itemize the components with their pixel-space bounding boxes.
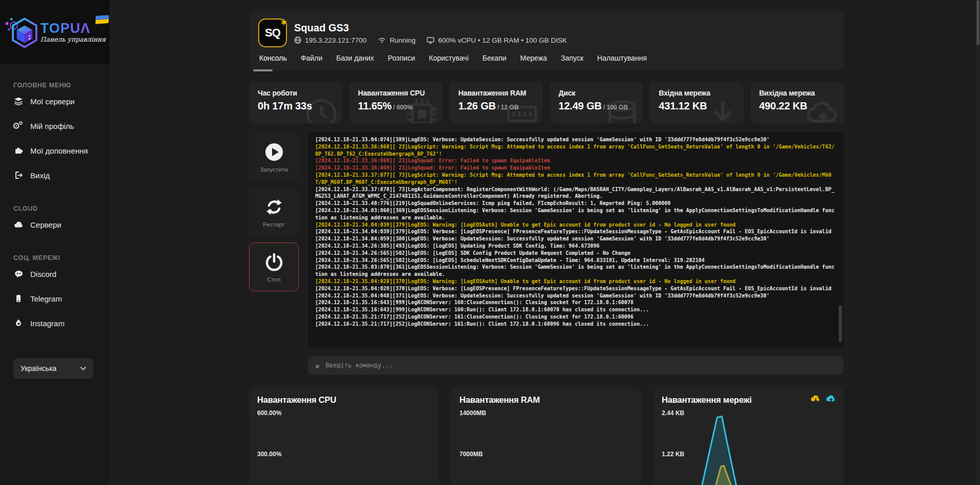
sidebar-item-logout[interactable]: Вихід bbox=[0, 163, 110, 188]
server-console[interactable]: [2024.12.18-21.33.04:074][389]LogEOS: Ve… bbox=[308, 133, 843, 347]
tabs-scrollbar[interactable] bbox=[253, 69, 273, 71]
wifi-icon bbox=[378, 37, 386, 43]
start-button[interactable]: Запустити bbox=[249, 133, 299, 181]
stat-value: 12.49 GB bbox=[559, 100, 602, 111]
restart-icon bbox=[264, 197, 284, 217]
server-resources-item: 600% vCPU • 12 GB RAM • 100 GB DISK bbox=[427, 36, 567, 44]
console-log-line: [2024.12.18-21.35.16:643][999]LogRCONSer… bbox=[315, 306, 836, 313]
star-icon: ✶ bbox=[279, 17, 288, 28]
server-address: 195.3.223.121:7700 bbox=[305, 36, 367, 44]
play-icon bbox=[264, 142, 284, 162]
sidebar-item-addons[interactable]: Мої доповнення bbox=[0, 138, 110, 163]
command-input[interactable] bbox=[325, 362, 836, 369]
stat-value: 431.12 KB bbox=[659, 100, 707, 111]
server-header-card: SQ ✶ Squad GS3 195.3.223.121:7700 Runnin… bbox=[249, 11, 843, 70]
globe-icon bbox=[294, 36, 301, 44]
brand-logo[interactable]: TOPUΛ Панель управління bbox=[0, 0, 110, 64]
sidebar-item-label: Вихід bbox=[30, 171, 50, 180]
console-log-line: [2024.12.18-21.35.16:643][999]LogRCONSer… bbox=[315, 299, 836, 306]
stat-title: Час роботи bbox=[258, 89, 342, 97]
puzzle-icon bbox=[13, 146, 24, 155]
sidebar-section-main: ГОЛОВНЕ МЕНЮ bbox=[0, 82, 110, 89]
tab-console[interactable]: Консоль bbox=[259, 54, 287, 65]
stat-title: Вихідна мережа bbox=[759, 89, 843, 97]
charts-row: Навантаження CPU 600.00% 300.00% Наванта… bbox=[249, 388, 843, 485]
ukraine-flag-icon bbox=[95, 15, 109, 24]
tab-backups[interactable]: Бекапи bbox=[483, 54, 507, 65]
cpu-chart-plot bbox=[249, 388, 439, 485]
tab-users[interactable]: Користувачі bbox=[429, 54, 468, 65]
sidebar-section-cloud: CLOUD bbox=[0, 205, 110, 212]
clock-icon bbox=[305, 98, 338, 123]
console-log-line: [2024.12.18-21.35.04:028][370]LogEOS: Wa… bbox=[315, 278, 836, 285]
stat-card-network-in: Вхідна мережа 431.12 KB bbox=[650, 82, 743, 123]
server-tabs: Консоль Файли Бази даних Розписи Користу… bbox=[258, 54, 834, 65]
console-log-line: [2024.12.18-21.33.37:877][ 73]LogScript:… bbox=[315, 172, 836, 186]
stat-card-cpu: Навантаження CPU 11.65%/ 600% bbox=[349, 82, 442, 123]
brand-subtitle: Панель управління bbox=[41, 35, 106, 43]
disk-icon bbox=[606, 98, 639, 123]
start-button-label: Запустити bbox=[260, 166, 287, 173]
stat-card-network-out: Вихідна мережа 490.22 KB bbox=[751, 82, 843, 123]
console-log-line: [2024.12.18-21.33.40:776][219]LogSquadOn… bbox=[315, 200, 836, 207]
stat-card-disk: Диск 12.49 GB/ 100 GB bbox=[550, 82, 643, 123]
console-log-line: [2024.12.18-21.35.04:028][370]LogEOS: Ve… bbox=[315, 285, 836, 292]
console-log-line: [2024.12.18-21.34.04:039][379]LogEOS: Ve… bbox=[315, 228, 836, 235]
cloud-up-icon bbox=[806, 98, 839, 123]
network-chart-card: Навантаження мережі 2.44 KB 1.22 KB bbox=[654, 388, 843, 485]
sidebar-item-cloud-servers[interactable]: Сервери bbox=[0, 212, 110, 237]
language-select[interactable]: Українська bbox=[13, 358, 93, 379]
console-log-line: [2024.12.18-21.33.36:869][ 23]LogSquad: … bbox=[315, 164, 836, 172]
tab-files[interactable]: Файли bbox=[301, 54, 322, 65]
server-avatar: SQ ✶ bbox=[258, 18, 287, 47]
console-log-line: [2024.12.18-21.35.21:717][252]LogRCONSer… bbox=[315, 321, 836, 328]
discord-icon bbox=[13, 270, 24, 278]
stat-card-ram: Навантаження RAM 1.26 GB/ 12 GB bbox=[450, 82, 543, 123]
stop-button-label: Стоп bbox=[267, 276, 280, 283]
console-log: [2024.12.18-21.33.04:074][389]LogEOS: Ve… bbox=[315, 136, 836, 328]
page-scrollbar[interactable] bbox=[976, 0, 979, 485]
server-address-item: 195.3.223.121:7700 bbox=[294, 36, 367, 44]
console-log-line: [2024.12.18-21.34.03:860][369]LogEOSSess… bbox=[315, 207, 836, 221]
instagram-icon bbox=[13, 319, 24, 328]
sidebar-section-social: СОЦ. МЕРЕЖІ bbox=[0, 254, 110, 262]
tab-startup[interactable]: Запуск bbox=[561, 54, 584, 65]
sidebar-item-label: Мої сервери bbox=[30, 97, 74, 106]
sidebar-item-telegram[interactable]: Telegram bbox=[0, 286, 110, 311]
sidebar-item-profile[interactable]: ⚙⚙ Мій профіль bbox=[0, 114, 110, 138]
arrow-down-icon bbox=[706, 98, 739, 123]
stat-value: 1.26 GB bbox=[458, 100, 496, 111]
console-scrollbar[interactable] bbox=[839, 305, 842, 342]
console-log-line: [2024.12.18-21.35.03:870][361]LogEOSSess… bbox=[315, 264, 836, 278]
stat-card-uptime: Час роботи 0h 17m 33s bbox=[249, 82, 342, 123]
tab-settings[interactable]: Налаштування bbox=[597, 54, 647, 65]
sidebar-item-label: Сервери bbox=[30, 220, 61, 229]
console-log-line: [2024.12.18-21.34.26:565][502]LogEOS: [L… bbox=[315, 250, 836, 257]
stat-value: 11.65% bbox=[358, 100, 392, 111]
restart-button[interactable]: Рестарт bbox=[249, 188, 299, 236]
console-log-line: [2024.12.18-21.35.04:048][371]LogEOS: Ve… bbox=[315, 292, 836, 300]
server-status-item: Running bbox=[378, 36, 415, 44]
stat-value: 0h 17m 33s bbox=[258, 100, 312, 111]
tab-databases[interactable]: Бази даних bbox=[336, 54, 374, 65]
stat-title: Навантаження CPU bbox=[358, 89, 442, 97]
tab-network[interactable]: Мережа bbox=[520, 54, 547, 65]
page-scrollbar-thumb[interactable] bbox=[976, 0, 979, 45]
chevron-down-icon bbox=[80, 366, 86, 370]
monitor-icon bbox=[427, 37, 434, 44]
sidebar-item-instagram[interactable]: Instagram bbox=[0, 311, 110, 335]
panel-page: TOPUΛ Панель управління ГОЛОВНЕ МЕНЮ Мої… bbox=[0, 0, 980, 485]
sidebar-item-discord[interactable]: Discord bbox=[0, 262, 110, 286]
restart-button-label: Рестарт bbox=[263, 221, 284, 228]
stats-row: Час роботи 0h 17m 33s Навантаження CPU 1… bbox=[249, 82, 843, 123]
command-bar: » bbox=[308, 356, 843, 375]
console-log-line: [2024.12.18-21.34.26:565][502]LogEOS: [L… bbox=[315, 257, 836, 264]
ram-icon bbox=[506, 98, 539, 123]
server-status: Running bbox=[390, 36, 415, 44]
tab-schedules[interactable]: Розписи bbox=[388, 54, 415, 65]
server-avatar-label: SQ bbox=[265, 26, 280, 40]
sidebar-item-servers[interactable]: Мої сервери bbox=[0, 89, 110, 114]
stop-button[interactable]: Стоп bbox=[249, 242, 299, 291]
console-wrap: [2024.12.18-21.33.04:074][389]LogEOS: Ve… bbox=[308, 133, 843, 375]
stat-title: Навантаження RAM bbox=[458, 89, 543, 97]
